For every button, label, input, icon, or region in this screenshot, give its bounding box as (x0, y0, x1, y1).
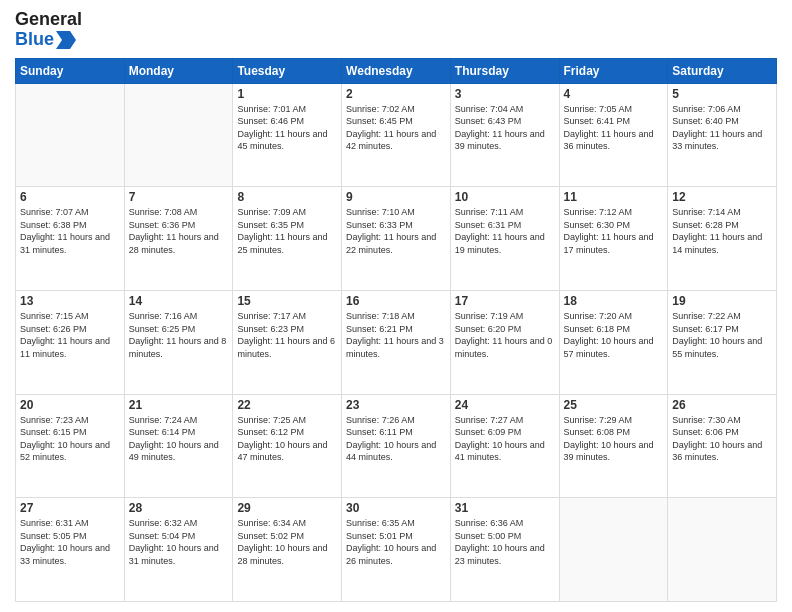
calendar-cell: 11Sunrise: 7:12 AMSunset: 6:30 PMDayligh… (559, 187, 668, 291)
weekday-thursday: Thursday (450, 58, 559, 83)
day-info: Sunrise: 6:32 AMSunset: 5:04 PMDaylight:… (129, 517, 229, 567)
day-number: 8 (237, 190, 337, 204)
logo: General Blue (15, 10, 82, 50)
calendar-cell (124, 83, 233, 187)
day-number: 12 (672, 190, 772, 204)
day-info: Sunrise: 7:17 AMSunset: 6:23 PMDaylight:… (237, 310, 337, 360)
calendar-cell: 12Sunrise: 7:14 AMSunset: 6:28 PMDayligh… (668, 187, 777, 291)
day-info: Sunrise: 7:19 AMSunset: 6:20 PMDaylight:… (455, 310, 555, 360)
calendar-cell: 8Sunrise: 7:09 AMSunset: 6:35 PMDaylight… (233, 187, 342, 291)
weekday-sunday: Sunday (16, 58, 125, 83)
calendar-cell (16, 83, 125, 187)
day-number: 23 (346, 398, 446, 412)
calendar-cell: 15Sunrise: 7:17 AMSunset: 6:23 PMDayligh… (233, 290, 342, 394)
calendar-cell: 22Sunrise: 7:25 AMSunset: 6:12 PMDayligh… (233, 394, 342, 498)
day-info: Sunrise: 7:10 AMSunset: 6:33 PMDaylight:… (346, 206, 446, 256)
calendar-cell: 4Sunrise: 7:05 AMSunset: 6:41 PMDaylight… (559, 83, 668, 187)
calendar-cell: 5Sunrise: 7:06 AMSunset: 6:40 PMDaylight… (668, 83, 777, 187)
calendar-cell: 29Sunrise: 6:34 AMSunset: 5:02 PMDayligh… (233, 498, 342, 602)
day-info: Sunrise: 7:23 AMSunset: 6:15 PMDaylight:… (20, 414, 120, 464)
day-info: Sunrise: 7:01 AMSunset: 6:46 PMDaylight:… (237, 103, 337, 153)
page: General Blue SundayMondayTuesdayWednesda… (0, 0, 792, 612)
day-info: Sunrise: 7:27 AMSunset: 6:09 PMDaylight:… (455, 414, 555, 464)
day-number: 3 (455, 87, 555, 101)
calendar-cell: 16Sunrise: 7:18 AMSunset: 6:21 PMDayligh… (342, 290, 451, 394)
day-info: Sunrise: 7:29 AMSunset: 6:08 PMDaylight:… (564, 414, 664, 464)
day-info: Sunrise: 7:15 AMSunset: 6:26 PMDaylight:… (20, 310, 120, 360)
day-info: Sunrise: 7:26 AMSunset: 6:11 PMDaylight:… (346, 414, 446, 464)
calendar-cell: 28Sunrise: 6:32 AMSunset: 5:04 PMDayligh… (124, 498, 233, 602)
day-number: 4 (564, 87, 664, 101)
calendar-cell: 14Sunrise: 7:16 AMSunset: 6:25 PMDayligh… (124, 290, 233, 394)
day-number: 16 (346, 294, 446, 308)
day-number: 28 (129, 501, 229, 515)
day-info: Sunrise: 6:34 AMSunset: 5:02 PMDaylight:… (237, 517, 337, 567)
calendar-cell: 17Sunrise: 7:19 AMSunset: 6:20 PMDayligh… (450, 290, 559, 394)
calendar-cell: 23Sunrise: 7:26 AMSunset: 6:11 PMDayligh… (342, 394, 451, 498)
logo-arrow-icon (56, 31, 76, 49)
day-number: 11 (564, 190, 664, 204)
day-number: 30 (346, 501, 446, 515)
calendar-cell: 19Sunrise: 7:22 AMSunset: 6:17 PMDayligh… (668, 290, 777, 394)
day-number: 22 (237, 398, 337, 412)
week-row-2: 6Sunrise: 7:07 AMSunset: 6:38 PMDaylight… (16, 187, 777, 291)
week-row-1: 1Sunrise: 7:01 AMSunset: 6:46 PMDaylight… (16, 83, 777, 187)
day-number: 2 (346, 87, 446, 101)
day-number: 7 (129, 190, 229, 204)
day-number: 29 (237, 501, 337, 515)
day-info: Sunrise: 6:36 AMSunset: 5:00 PMDaylight:… (455, 517, 555, 567)
weekday-tuesday: Tuesday (233, 58, 342, 83)
calendar-cell: 31Sunrise: 6:36 AMSunset: 5:00 PMDayligh… (450, 498, 559, 602)
day-info: Sunrise: 7:20 AMSunset: 6:18 PMDaylight:… (564, 310, 664, 360)
calendar-cell: 10Sunrise: 7:11 AMSunset: 6:31 PMDayligh… (450, 187, 559, 291)
day-info: Sunrise: 7:05 AMSunset: 6:41 PMDaylight:… (564, 103, 664, 153)
calendar-cell: 1Sunrise: 7:01 AMSunset: 6:46 PMDaylight… (233, 83, 342, 187)
weekday-friday: Friday (559, 58, 668, 83)
day-number: 15 (237, 294, 337, 308)
day-number: 5 (672, 87, 772, 101)
day-number: 18 (564, 294, 664, 308)
calendar-cell: 18Sunrise: 7:20 AMSunset: 6:18 PMDayligh… (559, 290, 668, 394)
calendar-cell: 20Sunrise: 7:23 AMSunset: 6:15 PMDayligh… (16, 394, 125, 498)
calendar-cell: 27Sunrise: 6:31 AMSunset: 5:05 PMDayligh… (16, 498, 125, 602)
day-info: Sunrise: 7:04 AMSunset: 6:43 PMDaylight:… (455, 103, 555, 153)
day-number: 13 (20, 294, 120, 308)
day-info: Sunrise: 7:30 AMSunset: 6:06 PMDaylight:… (672, 414, 772, 464)
day-number: 9 (346, 190, 446, 204)
calendar-cell: 21Sunrise: 7:24 AMSunset: 6:14 PMDayligh… (124, 394, 233, 498)
svg-marker-0 (56, 31, 76, 49)
day-info: Sunrise: 7:16 AMSunset: 6:25 PMDaylight:… (129, 310, 229, 360)
day-info: Sunrise: 7:25 AMSunset: 6:12 PMDaylight:… (237, 414, 337, 464)
day-number: 6 (20, 190, 120, 204)
weekday-header-row: SundayMondayTuesdayWednesdayThursdayFrid… (16, 58, 777, 83)
day-info: Sunrise: 7:09 AMSunset: 6:35 PMDaylight:… (237, 206, 337, 256)
day-info: Sunrise: 6:31 AMSunset: 5:05 PMDaylight:… (20, 517, 120, 567)
day-info: Sunrise: 7:14 AMSunset: 6:28 PMDaylight:… (672, 206, 772, 256)
day-number: 24 (455, 398, 555, 412)
day-number: 14 (129, 294, 229, 308)
day-info: Sunrise: 7:08 AMSunset: 6:36 PMDaylight:… (129, 206, 229, 256)
day-number: 26 (672, 398, 772, 412)
day-info: Sunrise: 6:35 AMSunset: 5:01 PMDaylight:… (346, 517, 446, 567)
week-row-5: 27Sunrise: 6:31 AMSunset: 5:05 PMDayligh… (16, 498, 777, 602)
day-number: 19 (672, 294, 772, 308)
day-number: 1 (237, 87, 337, 101)
day-info: Sunrise: 7:06 AMSunset: 6:40 PMDaylight:… (672, 103, 772, 153)
weekday-wednesday: Wednesday (342, 58, 451, 83)
calendar-cell: 26Sunrise: 7:30 AMSunset: 6:06 PMDayligh… (668, 394, 777, 498)
calendar-cell: 24Sunrise: 7:27 AMSunset: 6:09 PMDayligh… (450, 394, 559, 498)
calendar-cell: 6Sunrise: 7:07 AMSunset: 6:38 PMDaylight… (16, 187, 125, 291)
day-number: 31 (455, 501, 555, 515)
calendar-cell: 30Sunrise: 6:35 AMSunset: 5:01 PMDayligh… (342, 498, 451, 602)
calendar-cell (559, 498, 668, 602)
day-number: 25 (564, 398, 664, 412)
day-number: 21 (129, 398, 229, 412)
day-info: Sunrise: 7:12 AMSunset: 6:30 PMDaylight:… (564, 206, 664, 256)
day-number: 27 (20, 501, 120, 515)
calendar-cell: 2Sunrise: 7:02 AMSunset: 6:45 PMDaylight… (342, 83, 451, 187)
header: General Blue (15, 10, 777, 50)
day-info: Sunrise: 7:18 AMSunset: 6:21 PMDaylight:… (346, 310, 446, 360)
calendar-cell: 9Sunrise: 7:10 AMSunset: 6:33 PMDaylight… (342, 187, 451, 291)
calendar-table: SundayMondayTuesdayWednesdayThursdayFrid… (15, 58, 777, 602)
day-number: 10 (455, 190, 555, 204)
